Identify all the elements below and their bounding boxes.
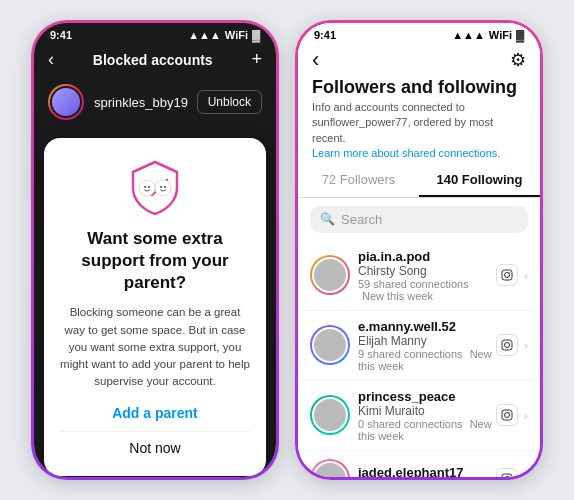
svg-point-13 <box>504 413 509 418</box>
not-now-button[interactable]: Not now <box>129 440 180 456</box>
svg-point-2 <box>148 186 150 188</box>
following-info-2: princess_peace Kimi Muraito 0 shared con… <box>358 389 496 442</box>
svg-rect-12 <box>502 410 512 420</box>
following-meta-1: 9 shared connections New this week <box>358 348 496 372</box>
svg-point-0 <box>139 180 155 196</box>
svg-point-11 <box>509 342 510 343</box>
tab-following[interactable]: 140 Following <box>419 164 540 197</box>
following-meta-2: 0 shared connections New this week <box>358 418 496 442</box>
following-meta-0: 59 shared connections New this week <box>358 278 496 302</box>
modal-overlay: Want some extra support from your parent… <box>34 128 276 480</box>
signal-icon-right: ▲▲▲ <box>452 29 485 41</box>
left-phone: 9:41 ▲▲▲ WiFi ▓ ‹ Blocked accounts + spr… <box>31 20 279 480</box>
following-username-0: pia.in.a.pod <box>358 249 496 264</box>
search-icon: 🔍 <box>320 212 335 226</box>
following-actions-1: › <box>496 334 528 356</box>
chevron-icon-1: › <box>524 338 528 353</box>
instagram-icon-2[interactable] <box>496 404 518 426</box>
svg-point-5 <box>164 186 166 188</box>
wifi-icon: WiFi <box>225 29 248 41</box>
settings-button[interactable]: ⚙ <box>510 49 526 71</box>
modal-description: Blocking someone can be a great way to g… <box>60 304 250 390</box>
back-button-left[interactable]: ‹ <box>48 49 54 70</box>
instagram-icon-0[interactable] <box>496 264 518 286</box>
following-username-3: jaded.elephant17 <box>358 465 496 477</box>
following-realname-1: Elijah Manny <box>358 334 496 348</box>
list-item[interactable]: princess_peace Kimi Muraito 0 shared con… <box>298 381 540 451</box>
chevron-icon-2: › <box>524 408 528 423</box>
svg-point-10 <box>504 343 509 348</box>
svg-rect-6 <box>502 270 512 280</box>
page-title-right: Followers and following <box>298 77 540 100</box>
search-container: 🔍 Search <box>298 198 540 241</box>
following-realname-0: Chirsty Song <box>358 264 496 278</box>
nav-bar-right: ‹ ⚙ <box>298 43 540 77</box>
following-info-3: jaded.elephant17 76 shared connections <box>358 465 496 477</box>
avatar-3 <box>310 459 350 477</box>
svg-point-16 <box>504 476 509 477</box>
svg-point-17 <box>509 475 510 476</box>
parent-support-modal: Want some extra support from your parent… <box>44 138 266 476</box>
search-box[interactable]: 🔍 Search <box>310 206 528 233</box>
instagram-icon-1[interactable] <box>496 334 518 356</box>
back-button-right[interactable]: ‹ <box>312 47 319 73</box>
following-realname-2: Kimi Muraito <box>358 404 496 418</box>
signal-icon: ▲▲▲ <box>188 29 221 41</box>
status-bar-left: 9:41 ▲▲▲ WiFi ▓ <box>34 23 276 43</box>
list-item[interactable]: e.manny.well.52 Elijah Manny 9 shared co… <box>298 311 540 381</box>
list-item[interactable]: pia.in.a.pod Chirsty Song 59 shared conn… <box>298 241 540 311</box>
wifi-icon-right: WiFi <box>489 29 512 41</box>
nav-title-left: Blocked accounts <box>93 52 213 68</box>
tab-followers[interactable]: 72 Followers <box>298 164 419 197</box>
status-icons-left: ▲▲▲ WiFi ▓ <box>188 29 260 41</box>
learn-more-link[interactable]: Learn more about shared connections. <box>312 146 526 161</box>
blocked-user-avatar <box>48 84 84 120</box>
avatar-2 <box>310 395 350 435</box>
svg-point-1 <box>144 186 146 188</box>
following-info-0: pia.in.a.pod Chirsty Song 59 shared conn… <box>358 249 496 302</box>
blocked-username: sprinkles_bby19 <box>94 95 197 110</box>
svg-point-4 <box>160 186 162 188</box>
svg-point-7 <box>504 273 509 278</box>
modal-icon <box>125 158 185 218</box>
svg-point-3 <box>155 180 171 196</box>
tabs-container: 72 Followers 140 Following <box>298 164 540 198</box>
following-actions-0: › <box>496 264 528 286</box>
search-placeholder-text: Search <box>341 212 382 227</box>
following-username-1: e.manny.well.52 <box>358 319 496 334</box>
status-bar-right: 9:41 ▲▲▲ WiFi ▓ <box>298 23 540 43</box>
svg-point-8 <box>509 272 510 273</box>
following-info-1: e.manny.well.52 Elijah Manny 9 shared co… <box>358 319 496 372</box>
subtitle-text: Info and accounts connected to sunflower… <box>312 101 493 144</box>
following-actions-3: › <box>496 468 528 477</box>
avatar-1 <box>310 325 350 365</box>
time-right: 9:41 <box>314 29 336 41</box>
avatar-0 <box>310 255 350 295</box>
battery-icon-right: ▓ <box>516 29 524 41</box>
following-username-2: princess_peace <box>358 389 496 404</box>
unblock-button[interactable]: Unblock <box>197 90 262 114</box>
modal-divider <box>60 431 250 432</box>
add-parent-button[interactable]: Add a parent <box>112 405 198 421</box>
page-subtitle: Info and accounts connected to sunflower… <box>298 100 540 164</box>
chevron-icon-3: › <box>524 471 528 477</box>
time-left: 9:41 <box>50 29 72 41</box>
chevron-icon-0: › <box>524 268 528 283</box>
svg-rect-9 <box>502 340 512 350</box>
instagram-icon-3[interactable] <box>496 468 518 477</box>
battery-icon: ▓ <box>252 29 260 41</box>
nav-bar-left: ‹ Blocked accounts + <box>34 43 276 76</box>
modal-title: Want some extra support from your parent… <box>60 228 250 294</box>
svg-point-14 <box>509 412 510 413</box>
following-actions-2: › <box>496 404 528 426</box>
status-icons-right: ▲▲▲ WiFi ▓ <box>452 29 524 41</box>
blocked-user-row: sprinkles_bby19 Unblock <box>34 76 276 128</box>
add-button-left[interactable]: + <box>251 49 262 70</box>
following-list: pia.in.a.pod Chirsty Song 59 shared conn… <box>298 241 540 477</box>
list-item[interactable]: jaded.elephant17 76 shared connections <box>298 451 540 477</box>
right-phone: 9:41 ▲▲▲ WiFi ▓ ‹ ⚙ Followers and follow… <box>295 20 543 480</box>
